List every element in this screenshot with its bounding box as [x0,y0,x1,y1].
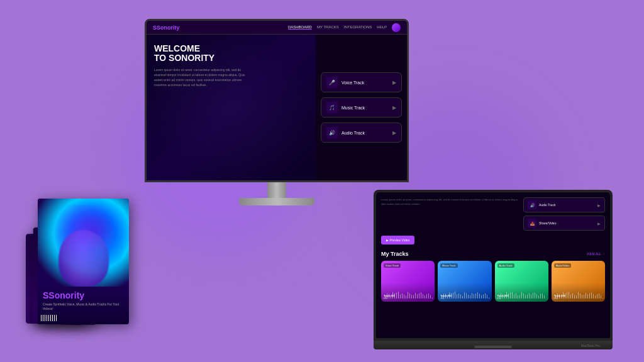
laptop-audio-track-icon: 🔊 [528,200,536,209]
music-track-label: Music Track [341,106,389,110]
box-logo: SSonority [43,290,124,300]
laptop-audio-track-label: Audio Track [539,203,595,207]
track-card-3[interactable]: Audio Track Track 003 2:45 [495,261,548,302]
monitor-nav: SSonority DASHBOARD MY TRACKS INTEGRATIO… [147,21,407,35]
monitor-container: SSonority DASHBOARD MY TRACKS INTEGRATIO… [145,19,409,206]
nav-my-tracks[interactable]: MY TRACKS [317,25,339,30]
laptop-audio-track-arrow: ▶ [597,203,601,207]
voice-track-icon: 🎤 [326,77,338,88]
music-track-icon: 🎵 [326,102,338,113]
laptop-share-video-arrow: ▶ [597,221,601,226]
track-card-4-info: Track 004 0:59 [554,294,602,300]
audio-track-icon: 🔊 [326,127,338,138]
box-logo-s: S [43,290,48,300]
track-card-3-info: Track 003 2:45 [497,294,546,300]
track-card-2-label: Music Track [440,263,457,268]
track-card-1[interactable]: Voice Track Track 001 0:30 [381,261,435,302]
track-card-2-info: Track 002 1:23 [440,294,489,300]
laptop-share-video-icon: 📤 [528,219,536,228]
box-art [38,199,129,287]
laptop-share-video-label: Share/Video [539,221,595,225]
preview-video-btn[interactable]: ▶ Preview Video [381,236,414,244]
monitor-stand-base [239,198,314,206]
monitor-description: Lorem ipsum dolor sit amet, consectetur … [154,67,248,87]
track-card-4-label: Music/Video [554,263,572,268]
product-boxes: SSonority Create Synthetic Voice, Music … [38,199,129,324]
audio-track-btn[interactable]: 🔊 Audio Track ▶ [321,123,402,143]
track-card-4[interactable]: Music/Video Track 004 0:59 [552,261,605,302]
nav-integrations[interactable]: INTEGRATIONS [344,25,372,30]
monitor-right-panel: 🎤 Voice Track ▶ 🎵 Music Track ▶ 🔊 Audio … [316,35,407,180]
laptop-screen: Lorem ipsum dolor sit amet, consectetur … [374,190,613,341]
monitor-logo: SSonority [153,25,180,31]
laptop-share-video-btn[interactable]: 📤 Share/Video ▶ [523,216,605,231]
music-track-btn[interactable]: 🎵 Music Track ▶ [321,97,402,118]
track-card-2-duration: 1:23 [440,297,489,300]
view-all-btn[interactable]: VIEW ALL → [587,252,605,256]
track-card-3-label: Audio Track [497,263,514,268]
my-tracks-title: My Tracks [381,251,409,257]
nav-help[interactable]: HELP [377,25,387,30]
track-card-1-duration: 0:30 [384,297,432,300]
box-front: SSonority Create Synthetic Voice, Music … [38,199,129,324]
track-card-3-duration: 2:45 [497,297,546,300]
monitor-welcome: WELCOME TO SONORITY [154,44,308,63]
laptop-right-tracks: 🔊 Audio Track ▶ 📤 Share/Video ▶ [523,197,605,231]
monitor-left-panel: WELCOME TO SONORITY Lorem ipsum dolor si… [147,35,316,180]
voice-track-arrow: ▶ [392,80,396,85]
my-tracks-section: My Tracks VIEW ALL → Voice Track Track 0… [376,248,610,338]
monitor-avatar[interactable] [392,23,401,32]
laptop-container: Lorem ipsum dolor sit amet, consectetur … [374,190,613,349]
laptop-audio-track-btn[interactable]: 🔊 Audio Track ▶ [523,197,605,212]
monitor-stand-neck [267,182,286,198]
music-track-arrow: ▶ [392,105,396,111]
track-card-2[interactable]: Music Track Track 002 1:23 [438,261,491,302]
audio-track-arrow: ▶ [392,130,396,136]
voice-track-btn[interactable]: 🎤 Voice Track ▶ [321,72,402,92]
scene: SSonority Create Synthetic Voice, Music … [0,0,644,362]
track-card-1-info: Track 001 0:30 [384,294,432,300]
laptop-brand-label: MacBook Pro [581,344,600,348]
box-barcode [41,315,57,321]
box-tagline: Create Synthetic Voice, Music & Audio Tr… [43,302,124,310]
nav-dashboard[interactable]: DASHBOARD [288,25,312,30]
monitor-nav-items: DASHBOARD MY TRACKS INTEGRATIONS HELP [288,25,387,30]
tracks-grid: Voice Track Track 001 0:30 Music Track [381,261,605,302]
monitor-screen: SSonority DASHBOARD MY TRACKS INTEGRATIO… [145,19,409,182]
audio-track-label: Audio Track [341,131,389,135]
laptop-text-area: Lorem ipsum dolor sit amet, consectetur … [381,197,518,231]
monitor-content: WELCOME TO SONORITY Lorem ipsum dolor si… [147,35,407,180]
laptop-top-section: Lorem ipsum dolor sit amet, consectetur … [376,192,610,236]
my-tracks-header: My Tracks VIEW ALL → [381,251,605,257]
laptop-base: MacBook Pro [374,341,613,349]
box-art-figure [58,230,109,287]
laptop-content: Lorem ipsum dolor sit amet, consectetur … [376,192,610,338]
track-card-1-label: Voice Track [384,263,401,268]
track-card-4-duration: 0:59 [554,297,602,300]
voice-track-label: Voice Track [341,80,389,85]
